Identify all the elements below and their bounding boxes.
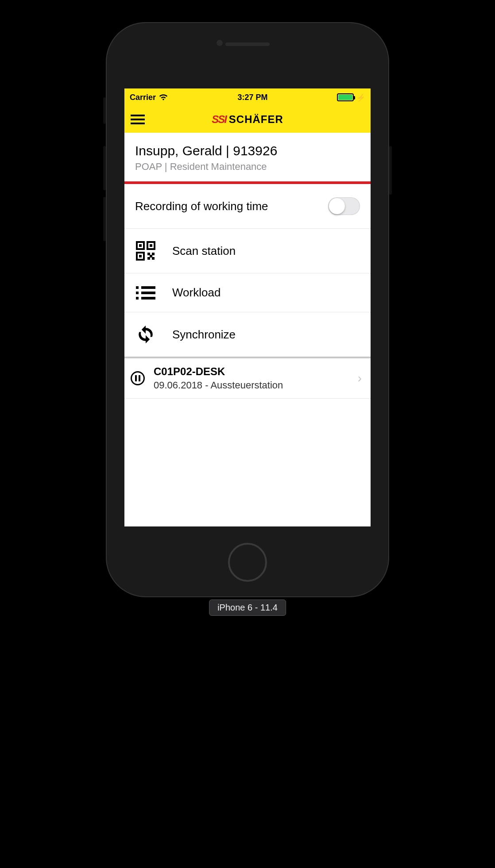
working-time-toggle[interactable] [328, 197, 360, 215]
station-row[interactable]: C01P02-DESK 09.06.2018 - Aussteuerstatio… [124, 358, 371, 399]
user-name: Insupp, Gerald | 913926 [135, 143, 360, 158]
sync-icon [135, 325, 156, 344]
svg-rect-10 [150, 255, 152, 257]
svg-rect-14 [141, 292, 155, 294]
svg-rect-13 [136, 292, 139, 294]
charging-icon: ⚡ [356, 93, 365, 102]
user-info: Insupp, Gerald | 913926 POAP | Resident … [124, 133, 371, 184]
station-subtitle: 09.06.2018 - Aussteuerstation [154, 380, 349, 391]
svg-rect-16 [141, 297, 155, 300]
menu-item-scan-station[interactable]: Scan station [124, 229, 371, 273]
menu-item-label: Scan station [172, 244, 236, 258]
pause-icon [131, 371, 145, 385]
qr-icon [135, 241, 156, 261]
menu-item-synchronize[interactable]: Synchronize [124, 312, 371, 358]
screen: Carrier 3:27 PM ⚡ SSI SCHÄFER Insupp [124, 88, 371, 526]
svg-rect-12 [141, 286, 155, 289]
battery-icon [337, 93, 354, 101]
brand-logo: SSI SCHÄFER [212, 113, 283, 126]
menu-item-workload[interactable]: Workload [124, 273, 371, 312]
side-button [103, 146, 106, 190]
clock-label: 3:27 PM [238, 93, 268, 102]
status-bar: Carrier 3:27 PM ⚡ [124, 88, 371, 106]
side-button [103, 197, 106, 241]
logo-part1: SSI [212, 113, 226, 126]
svg-rect-11 [136, 286, 139, 289]
status-right: ⚡ [337, 93, 365, 102]
svg-rect-1 [139, 244, 142, 247]
svg-rect-15 [136, 297, 139, 300]
carrier-label: Carrier [130, 93, 156, 102]
menu-list: Scan station Workload [124, 229, 371, 358]
svg-rect-3 [150, 244, 152, 247]
status-left: Carrier [130, 93, 168, 102]
side-button [389, 146, 392, 195]
user-role: POAP | Resident Maintenance [135, 161, 360, 173]
svg-rect-5 [139, 255, 142, 257]
device-label: iPhone 6 - 11.4 [209, 599, 286, 616]
menu-button[interactable] [131, 115, 145, 124]
working-time-label: Recording of working time [135, 200, 268, 213]
phone-chassis: Carrier 3:27 PM ⚡ SSI SCHÄFER Insupp [106, 22, 389, 597]
home-button[interactable] [228, 543, 267, 582]
station-title: C01P02-DESK [154, 365, 349, 378]
app-bar: SSI SCHÄFER [124, 106, 371, 133]
wifi-icon [159, 94, 168, 101]
menu-item-label: Workload [172, 286, 220, 300]
menu-item-label: Synchronize [172, 328, 236, 342]
side-button [103, 97, 106, 124]
chevron-right-icon: › [358, 371, 362, 385]
working-time-row: Recording of working time [124, 184, 371, 229]
logo-part2: SCHÄFER [229, 113, 283, 126]
list-icon [135, 286, 156, 300]
